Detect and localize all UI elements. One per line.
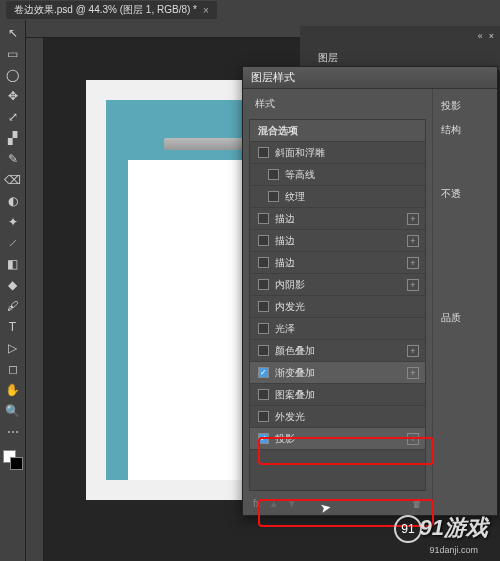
checkbox[interactable]: [258, 257, 269, 268]
add-icon[interactable]: +: [407, 367, 419, 379]
tool-11[interactable]: ◧: [3, 255, 23, 273]
add-icon[interactable]: +: [407, 433, 419, 445]
tools-toolbar: ↖▭◯✥⤢▞✎⌫◐✦⟋◧◆🖋T▷◻✋🔍⋯: [0, 20, 26, 561]
tool-16[interactable]: ◻: [3, 360, 23, 378]
checkbox[interactable]: [258, 279, 269, 290]
tool-10[interactable]: ⟋: [3, 234, 23, 252]
tool-18[interactable]: 🔍: [3, 402, 23, 420]
style-label: 内阴影: [275, 278, 305, 292]
style-item-11[interactable]: 图案叠加: [250, 384, 425, 406]
style-label: 斜面和浮雕: [275, 146, 325, 160]
styles-footer: fx ▲ ▼ 🗑: [243, 491, 432, 515]
checkbox[interactable]: [268, 169, 279, 180]
watermark-url: 91danji.com: [429, 545, 478, 555]
style-item-13[interactable]: 投影+: [250, 428, 425, 450]
watermark-badge-icon: 91: [394, 515, 422, 543]
fx-icon[interactable]: fx: [253, 498, 261, 509]
add-icon[interactable]: +: [407, 235, 419, 247]
settings-title: 投影: [441, 99, 489, 113]
style-item-9[interactable]: 颜色叠加+: [250, 340, 425, 362]
artwork-teal-frame: [106, 100, 246, 480]
style-label: 光泽: [275, 322, 295, 336]
add-icon[interactable]: +: [407, 279, 419, 291]
layer-style-dialog: 图层样式 样式 混合选项 斜面和浮雕等高线纹理描边+描边+描边+内阴影+内发光光…: [242, 66, 498, 516]
checkbox[interactable]: [258, 213, 269, 224]
style-label: 外发光: [275, 410, 305, 424]
add-icon[interactable]: +: [407, 213, 419, 225]
tool-2[interactable]: ◯: [3, 66, 23, 84]
document-tab-bar: 卷边效果.psd @ 44.3% (图层 1, RGB/8) * ×: [0, 0, 500, 20]
trash-icon[interactable]: 🗑: [412, 498, 422, 509]
tool-19[interactable]: ⋯: [3, 423, 23, 441]
checkbox[interactable]: [258, 411, 269, 422]
tab-layers[interactable]: 图层: [308, 48, 348, 68]
tool-17[interactable]: ✋: [3, 381, 23, 399]
checkbox[interactable]: [258, 345, 269, 356]
dialog-title[interactable]: 图层样式: [243, 67, 497, 89]
tool-8[interactable]: ◐: [3, 192, 23, 210]
checkbox[interactable]: [258, 433, 269, 444]
style-item-1[interactable]: 等高线: [250, 164, 425, 186]
style-item-6[interactable]: 内阴影+: [250, 274, 425, 296]
up-icon[interactable]: ▲: [269, 498, 279, 509]
tool-7[interactable]: ⌫: [3, 171, 23, 189]
style-label: 描边: [275, 212, 295, 226]
style-label: 描边: [275, 234, 295, 248]
add-icon[interactable]: +: [407, 257, 419, 269]
document-tab[interactable]: 卷边效果.psd @ 44.3% (图层 1, RGB/8) * ×: [6, 1, 217, 19]
collapse-left-icon[interactable]: «: [478, 31, 483, 41]
tool-4[interactable]: ⤢: [3, 108, 23, 126]
tool-14[interactable]: T: [3, 318, 23, 336]
styles-header: 样式: [243, 89, 432, 119]
tool-1[interactable]: ▭: [3, 45, 23, 63]
tool-9[interactable]: ✦: [3, 213, 23, 231]
settings-structure: 结构: [441, 123, 489, 137]
checkbox[interactable]: [258, 235, 269, 246]
style-item-3[interactable]: 描边+: [250, 208, 425, 230]
tool-6[interactable]: ✎: [3, 150, 23, 168]
checkbox[interactable]: [258, 147, 269, 158]
down-icon[interactable]: ▼: [287, 498, 297, 509]
settings-opacity: 不透: [441, 187, 489, 201]
tool-5[interactable]: ▞: [3, 129, 23, 147]
document-canvas[interactable]: [86, 80, 266, 500]
add-icon[interactable]: +: [407, 345, 419, 357]
settings-quality: 品质: [441, 311, 489, 325]
style-label: 投影: [275, 432, 295, 446]
tab-title: 卷边效果.psd @ 44.3% (图层 1, RGB/8) *: [14, 3, 197, 17]
style-settings-column: 投影 结构 不透 品质: [433, 89, 497, 515]
tool-15[interactable]: ▷: [3, 339, 23, 357]
style-label: 渐变叠加: [275, 366, 315, 380]
style-item-4[interactable]: 描边+: [250, 230, 425, 252]
checkbox[interactable]: [268, 191, 279, 202]
close-icon[interactable]: ×: [203, 5, 209, 16]
style-item-12[interactable]: 外发光: [250, 406, 425, 428]
tool-12[interactable]: ◆: [3, 276, 23, 294]
style-item-10[interactable]: 渐变叠加+: [250, 362, 425, 384]
style-item-8[interactable]: 光泽: [250, 318, 425, 340]
style-item-0[interactable]: 斜面和浮雕: [250, 142, 425, 164]
color-swatches[interactable]: [3, 450, 23, 470]
checkbox[interactable]: [258, 389, 269, 400]
style-label: 纹理: [285, 190, 305, 204]
blend-options-item[interactable]: 混合选项: [250, 120, 425, 142]
style-item-7[interactable]: 内发光: [250, 296, 425, 318]
style-label: 颜色叠加: [275, 344, 315, 358]
styles-column: 样式 混合选项 斜面和浮雕等高线纹理描边+描边+描边+内阴影+内发光光泽颜色叠加…: [243, 89, 433, 515]
ruler-vertical: [26, 38, 44, 561]
style-label: 图案叠加: [275, 388, 315, 402]
tool-0[interactable]: ↖: [3, 24, 23, 42]
style-item-5[interactable]: 描边+: [250, 252, 425, 274]
close-icon[interactable]: ×: [489, 31, 494, 41]
style-label: 内发光: [275, 300, 305, 314]
checkbox[interactable]: [258, 323, 269, 334]
tool-13[interactable]: 🖋: [3, 297, 23, 315]
watermark-brand: 91游戏: [420, 513, 488, 543]
checkbox[interactable]: [258, 301, 269, 312]
panel-collapse-bar: « ×: [300, 26, 500, 46]
tool-3[interactable]: ✥: [3, 87, 23, 105]
background-swatch[interactable]: [10, 457, 23, 470]
artwork-paper: [128, 160, 246, 480]
checkbox[interactable]: [258, 367, 269, 378]
style-item-2[interactable]: 纹理: [250, 186, 425, 208]
